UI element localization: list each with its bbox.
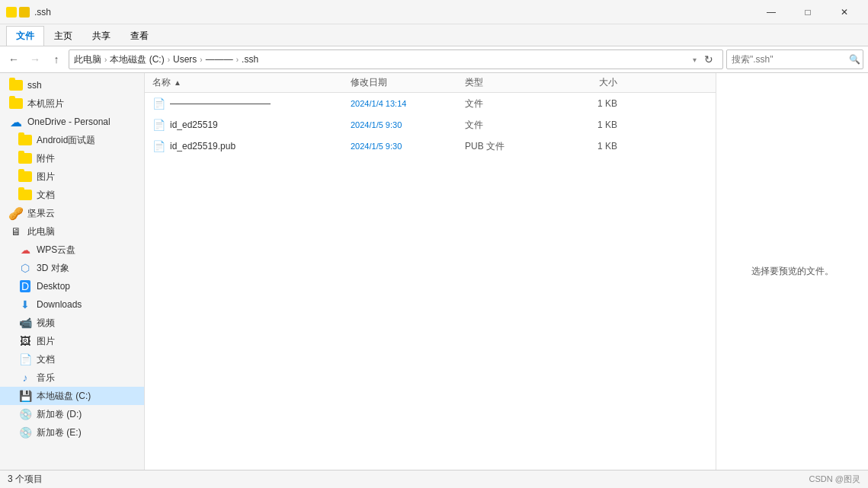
table-row[interactable]: 📄 id_ed25519.pub 2024/1/5 9:30 PUB 文件 1 …	[145, 136, 716, 157]
sidebar-item-drive-d[interactable]: 💿 新加卷 (D:)	[0, 405, 144, 423]
sidebar-label-images: 图片	[37, 171, 55, 183]
3d-icon: ⬡	[18, 261, 32, 275]
sidebar-item-videos[interactable]: 📹 视频	[0, 314, 144, 332]
title-bar: .ssh — □ ✕	[0, 0, 868, 24]
sort-arrow: ▲	[174, 78, 181, 87]
folder-icon	[18, 152, 32, 165]
pictures-icon: 🖼	[18, 334, 32, 348]
maximize-button[interactable]: □	[790, 0, 825, 24]
file-name: ———————————	[170, 98, 271, 109]
file-size: 1 KB	[556, 120, 617, 130]
sidebar-label-3d: 3D 对象	[37, 262, 69, 275]
search-box[interactable]: 🔍	[726, 49, 863, 69]
sidebar-item-thispc[interactable]: 🖥 此电脑	[0, 222, 144, 241]
sidebar-label-documents: 文档	[37, 353, 55, 366]
file-type: 文件	[465, 97, 556, 110]
file-date: 2024/1/4 13:14	[351, 99, 465, 108]
folder-icon	[18, 133, 32, 147]
sidebar-item-jianguoyun[interactable]: 🥜 坚果云	[0, 204, 144, 222]
close-button[interactable]: ✕	[827, 0, 862, 24]
file-date: 2024/1/5 9:30	[351, 120, 465, 129]
title-bar-left: .ssh	[6, 7, 51, 18]
folder-icon	[9, 78, 23, 92]
column-header[interactable]: 名称 ▲ 修改日期 类型 大小	[145, 73, 716, 93]
refresh-button[interactable]: ↻	[700, 50, 718, 69]
sidebar-item-desktop[interactable]: D Desktop	[0, 277, 144, 295]
sidebar-label-videos: 视频	[37, 317, 55, 330]
forward-button[interactable]: →	[26, 50, 44, 69]
tab-file[interactable]: 文件	[6, 26, 44, 46]
breadcrumb-ssh[interactable]: .ssh	[242, 54, 258, 65]
file-size: 1 KB	[556, 141, 617, 152]
downloads-icon: ⬇	[18, 298, 32, 311]
file-type: PUB 文件	[465, 140, 556, 153]
breadcrumb-thispc[interactable]: 此电脑	[74, 53, 101, 66]
sidebar-label-desktop: Desktop	[37, 281, 70, 292]
sidebar-item-photos[interactable]: 本机照片	[0, 94, 144, 113]
search-input[interactable]	[732, 54, 846, 65]
pc-icon: 🖥	[9, 225, 23, 238]
sidebar-item-docs[interactable]: 文档	[0, 186, 144, 204]
sidebar-item-downloads[interactable]: ⬇ Downloads	[0, 295, 144, 314]
file-name: id_ed25519	[170, 120, 218, 130]
folder-icon	[9, 97, 23, 110]
sidebar-label-thispc: 此电脑	[27, 225, 55, 238]
tab-home[interactable]: 主页	[44, 26, 82, 46]
desktop-icon: D	[18, 279, 32, 293]
music-icon: ♪	[18, 371, 32, 384]
up-button[interactable]: ↑	[47, 50, 66, 69]
wps-icon: ☁	[18, 243, 32, 257]
sidebar-item-images[interactable]: 图片	[0, 167, 144, 186]
sidebar-label-wpsdisk: WPS云盘	[37, 244, 75, 257]
sidebar-label-attachments: 附件	[37, 152, 55, 165]
search-icon: 🔍	[849, 54, 860, 65]
onedrive-icon: ☁	[9, 115, 23, 129]
sidebar-item-ssh[interactable]: ssh	[0, 76, 144, 94]
file-size: 1 KB	[556, 98, 617, 109]
sidebar-label-ssh: ssh	[27, 80, 42, 91]
sidebar-label-android: Android面试题	[37, 134, 95, 147]
breadcrumb: 此电脑 › 本地磁盘 (C:) › Users › ——— › .ssh	[74, 53, 690, 66]
main-area: ssh 本机照片 ☁ OneDrive - Personal Android面试…	[0, 73, 868, 470]
sidebar: ssh 本机照片 ☁ OneDrive - Personal Android面试…	[0, 73, 145, 470]
table-row[interactable]: 📄 ——————————— 2024/1/4 13:14 文件 1 KB	[145, 93, 716, 114]
minimize-button[interactable]: —	[754, 0, 789, 24]
sidebar-item-3d[interactable]: ⬡ 3D 对象	[0, 259, 144, 277]
sidebar-item-drive-e[interactable]: 💿 新加卷 (E:)	[0, 423, 144, 442]
tab-share[interactable]: 共享	[82, 26, 120, 46]
file-name: id_ed25519.pub	[170, 141, 235, 152]
col-type-header[interactable]: 类型	[465, 76, 556, 89]
sidebar-item-documents[interactable]: 📄 文档	[0, 350, 144, 368]
sidebar-label-drive-d: 新加卷 (D:)	[37, 408, 82, 421]
sidebar-item-music[interactable]: ♪ 音乐	[0, 368, 144, 387]
folder-icon	[18, 188, 32, 202]
file-date: 2024/1/5 9:30	[351, 142, 465, 151]
sidebar-item-pictures[interactable]: 🖼 图片	[0, 332, 144, 350]
folder-icon	[18, 170, 32, 183]
jianguoyun-icon: 🥜	[9, 206, 23, 220]
tab-view[interactable]: 查看	[120, 26, 159, 46]
back-button[interactable]: ←	[5, 50, 23, 69]
ribbon: 文件 主页 共享 查看	[0, 24, 868, 46]
sidebar-item-attachments[interactable]: 附件	[0, 149, 144, 167]
col-date-header[interactable]: 修改日期	[351, 76, 465, 89]
breadcrumb-users[interactable]: Users	[173, 54, 197, 65]
col-name-header[interactable]: 名称 ▲	[152, 76, 351, 89]
sidebar-item-android[interactable]: Android面试题	[0, 131, 144, 149]
folder-title-icon	[6, 7, 30, 18]
sidebar-item-onedrive[interactable]: ☁ OneDrive - Personal	[0, 113, 144, 131]
sidebar-item-wpsdisk[interactable]: ☁ WPS云盘	[0, 241, 144, 259]
address-dropdown-icon[interactable]: ▾	[693, 56, 697, 64]
table-row[interactable]: 📄 id_ed25519 2024/1/5 9:30 文件 1 KB	[145, 114, 716, 136]
file-name-cell: 📄 ———————————	[152, 97, 351, 110]
col-size-header[interactable]: 大小	[556, 76, 617, 89]
address-box[interactable]: 此电脑 › 本地磁盘 (C:) › Users › ——— › .ssh ▾ ↻	[69, 49, 723, 69]
breadcrumb-c[interactable]: 本地磁盘 (C:)	[110, 53, 164, 66]
status-right: CSDN @图灵	[809, 474, 860, 485]
file-type: 文件	[465, 119, 556, 132]
sidebar-label-photos: 本机照片	[27, 97, 64, 110]
breadcrumb-user[interactable]: ———	[206, 54, 233, 65]
sidebar-label-pictures: 图片	[37, 335, 55, 348]
drive-d-icon: 💿	[18, 407, 32, 421]
sidebar-item-local-c[interactable]: 💾 本地磁盘 (C:)	[0, 387, 144, 405]
